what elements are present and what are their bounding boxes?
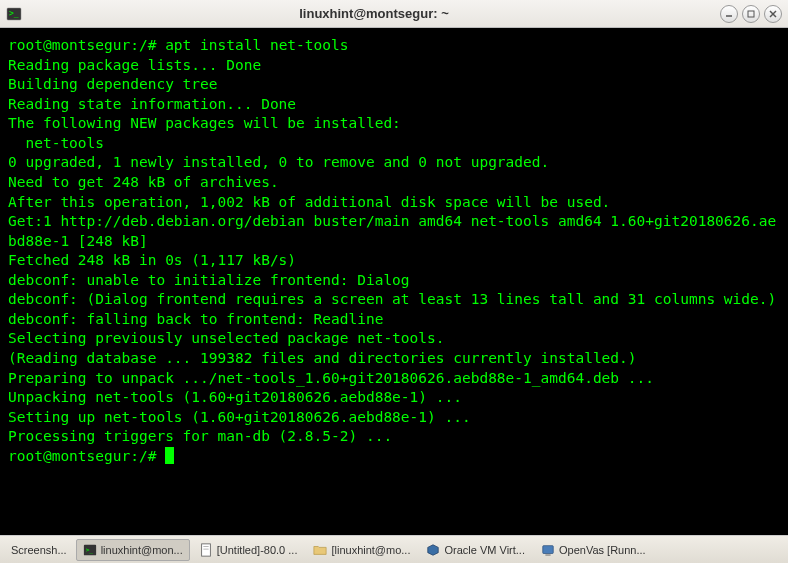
terminal-icon: >_ — [6, 6, 22, 22]
terminal-line: Unpacking net-tools (1.60+git20180626.ae… — [8, 389, 462, 405]
minimize-button[interactable] — [720, 5, 738, 23]
terminal-line: net-tools — [8, 135, 104, 151]
terminal-line: Fetched 248 kB in 0s (1,117 kB/s) — [8, 252, 296, 268]
svg-rect-8 — [201, 543, 210, 555]
cursor — [165, 447, 174, 464]
terminal-line: (Reading database ... 199382 files and d… — [8, 350, 637, 366]
svg-rect-13 — [545, 554, 550, 555]
close-button[interactable] — [764, 5, 782, 23]
taskbar-label: linuxhint@mon... — [101, 544, 183, 556]
document-icon — [199, 543, 213, 557]
virtualbox-icon — [426, 543, 440, 557]
terminal-line: Need to get 248 kB of archives. — [8, 174, 279, 190]
taskbar-item-files[interactable]: [linuxhint@mo... — [306, 539, 417, 561]
terminal-line: debconf: (Dialog frontend requires a scr… — [8, 291, 776, 307]
window-title: linuxhint@montsegur: ~ — [28, 6, 720, 21]
terminal-line: Setting up net-tools (1.60+git20180626.a… — [8, 409, 471, 425]
taskbar-label: [Untitled]-80.0 ... — [217, 544, 298, 556]
terminal-line: Preparing to unpack .../net-tools_1.60+g… — [8, 370, 654, 386]
terminal-line: Processing triggers for man-db (2.8.5-2)… — [8, 428, 392, 444]
terminal-icon: >_ — [83, 543, 97, 557]
terminal-line: 0 upgraded, 1 newly installed, 0 to remo… — [8, 154, 549, 170]
titlebar: >_ linuxhint@montsegur: ~ — [0, 0, 788, 28]
terminal-line: Building dependency tree — [8, 76, 218, 92]
terminal-line: debconf: falling back to frontend: Readl… — [8, 311, 383, 327]
taskbar-label: Oracle VM Virt... — [444, 544, 524, 556]
vm-icon — [541, 543, 555, 557]
terminal-line: The following NEW packages will be insta… — [8, 115, 401, 131]
terminal-line: Selecting previously unselected package … — [8, 330, 445, 346]
shell-prompt: root@montsegur:/# — [8, 37, 165, 53]
maximize-button[interactable] — [742, 5, 760, 23]
taskbar-item-openvas[interactable]: OpenVas [Runn... — [534, 539, 653, 561]
terminal-output[interactable]: root@montsegur:/# apt install net-tools … — [0, 28, 788, 535]
taskbar-label: OpenVas [Runn... — [559, 544, 646, 556]
svg-rect-12 — [543, 545, 554, 553]
shell-command: apt install net-tools — [165, 37, 348, 53]
svg-text:>_: >_ — [85, 545, 93, 553]
taskbar-item-screenshot[interactable]: Screensh... — [4, 540, 74, 560]
svg-rect-3 — [748, 11, 754, 17]
taskbar: Screensh... >_ linuxhint@mon... [Untitle… — [0, 535, 788, 563]
taskbar-item-untitled[interactable]: [Untitled]-80.0 ... — [192, 539, 305, 561]
window-controls — [720, 5, 782, 23]
terminal-line: Reading state information... Done — [8, 96, 296, 112]
shell-prompt: root@montsegur:/# — [8, 448, 156, 464]
taskbar-label: [linuxhint@mo... — [331, 544, 410, 556]
terminal-line: Get:1 http://deb.debian.org/debian buste… — [8, 213, 776, 249]
terminal-line: After this operation, 1,002 kB of additi… — [8, 194, 610, 210]
svg-marker-11 — [428, 544, 439, 555]
taskbar-item-terminal[interactable]: >_ linuxhint@mon... — [76, 539, 190, 561]
folder-icon — [313, 543, 327, 557]
terminal-line: Reading package lists... Done — [8, 57, 261, 73]
taskbar-item-virtualbox[interactable]: Oracle VM Virt... — [419, 539, 531, 561]
taskbar-label: Screensh... — [11, 544, 67, 556]
svg-text:>_: >_ — [9, 9, 19, 18]
terminal-line: debconf: unable to initialize frontend: … — [8, 272, 410, 288]
